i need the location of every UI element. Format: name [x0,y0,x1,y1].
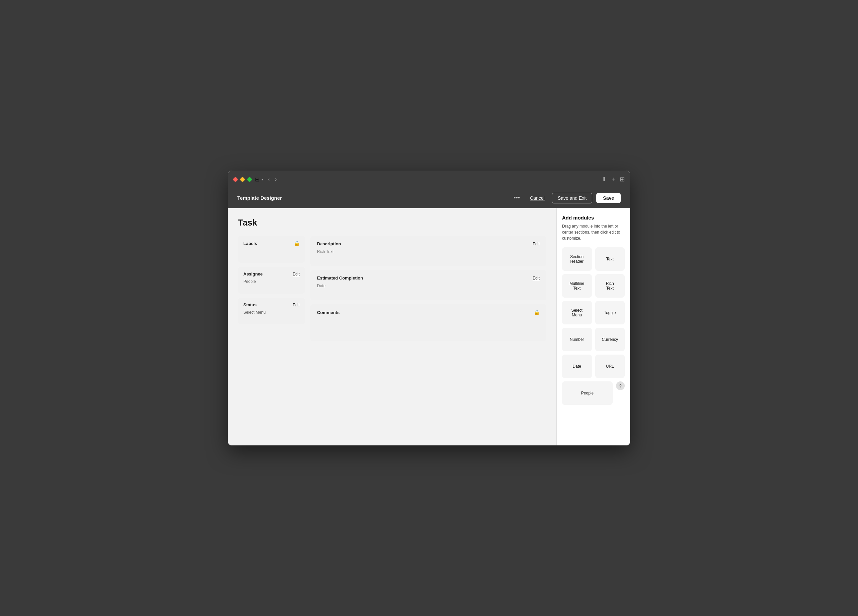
assignee-title: Assignee [243,271,263,277]
canvas-inner: Labels 🔒 Assignee Edit People [238,236,546,341]
url-tile[interactable]: URL [595,355,625,378]
lock-icon: 🔒 [294,241,300,246]
comments-module: Comments 🔒 [310,304,546,341]
toggle-tile[interactable]: Toggle [595,301,625,324]
section-header-tile[interactable]: SectionHeader [562,247,592,271]
description-header: Description Edit [317,241,539,246]
minimize-button[interactable] [240,177,245,182]
modules-row-3: SelectMenu Toggle [562,301,625,324]
maximize-button[interactable] [247,177,252,182]
app-title: Template Designer [237,195,282,201]
sidebar-icon: ⊟ [255,176,260,183]
status-edit-button[interactable]: Edit [292,303,300,307]
status-module: Status Edit Select Menu [238,298,305,324]
select-menu-tile[interactable]: SelectMenu [562,301,592,324]
date-tile[interactable]: Date [562,355,592,378]
app-header: Template Designer ••• Cancel Save and Ex… [228,188,630,208]
comments-lock-icon: 🔒 [534,310,539,315]
text-tile[interactable]: Text [595,247,625,271]
cancel-button[interactable]: Cancel [527,193,548,203]
description-edit-button[interactable]: Edit [533,242,539,246]
modules-row-2: MultilineText RichText [562,274,625,298]
canvas-area: Task Labels 🔒 Assignee [228,208,556,445]
description-title: Description [317,241,341,246]
add-icon[interactable]: + [611,176,615,183]
status-title: Status [243,302,257,307]
left-column: Labels 🔒 Assignee Edit People [238,236,305,341]
traffic-lights [233,177,252,182]
labels-title: Labels [243,241,257,246]
estimated-completion-module: Estimated Completion Edit Date [310,270,546,300]
estimated-completion-subtitle: Date [317,283,325,288]
estimated-completion-header: Estimated Completion Edit [317,275,539,280]
comments-header: Comments 🔒 [317,310,539,315]
status-header: Status Edit [243,302,300,307]
header-actions: ••• Cancel Save and Exit Save [511,193,621,204]
modules-row-5: Date URL [562,355,625,378]
assignee-module: Assignee Edit People [238,267,305,294]
estimated-completion-title: Estimated Completion [317,275,363,280]
save-exit-button[interactable]: Save and Exit [552,193,592,204]
labels-module: Labels 🔒 [238,236,305,263]
chevron-down-icon: ▾ [261,177,263,181]
description-module: Description Edit Rich Text [310,236,546,266]
modules-row-4: Number Currency [562,328,625,351]
modules-grid: SectionHeader Text MultilineText RichTex… [562,247,625,405]
comments-title: Comments [317,310,339,315]
labels-header: Labels 🔒 [243,241,300,246]
center-column: Description Edit Rich Text Estimated Com… [310,236,546,341]
titlebar-right: ⬆ + ⊞ [602,176,625,183]
forward-button[interactable]: › [273,175,278,184]
app-window: ⊟ ▾ ‹ › ⬆ + ⊞ Template Designer ••• Canc… [228,171,630,445]
page-title: Task [238,218,546,228]
number-tile[interactable]: Number [562,328,592,351]
modules-row-1: SectionHeader Text [562,247,625,271]
close-button[interactable] [233,177,238,182]
assignee-header: Assignee Edit [243,271,300,277]
status-subtitle: Select Menu [243,310,300,315]
sidebar-title: Add modules [562,215,625,221]
share-icon[interactable]: ⬆ [602,176,607,183]
estimated-completion-edit-button[interactable]: Edit [533,276,539,280]
description-subtitle: Rich Text [317,249,334,254]
back-button[interactable]: ‹ [266,175,272,184]
sidebar-toggle[interactable]: ⊟ ▾ [255,176,263,183]
more-options-button[interactable]: ••• [511,193,522,203]
help-button[interactable]: ? [616,381,625,390]
assignee-subtitle: People [243,279,300,284]
modules-row-6: People ? [562,381,625,405]
people-tile[interactable]: People [562,381,612,405]
multiline-text-tile[interactable]: MultilineText [562,274,592,298]
save-button[interactable]: Save [596,193,621,203]
currency-tile[interactable]: Currency [595,328,625,351]
main-content: Task Labels 🔒 Assignee [228,208,630,445]
titlebar-nav: ‹ › [266,175,279,184]
rich-text-tile[interactable]: RichText [595,274,625,298]
sidebar-description: Drag any module into the left or center … [562,223,625,241]
grid-icon[interactable]: ⊞ [620,176,625,183]
right-sidebar: Add modules Drag any module into the lef… [556,208,630,445]
assignee-edit-button[interactable]: Edit [292,272,300,277]
titlebar: ⊟ ▾ ‹ › ⬆ + ⊞ [228,171,630,188]
